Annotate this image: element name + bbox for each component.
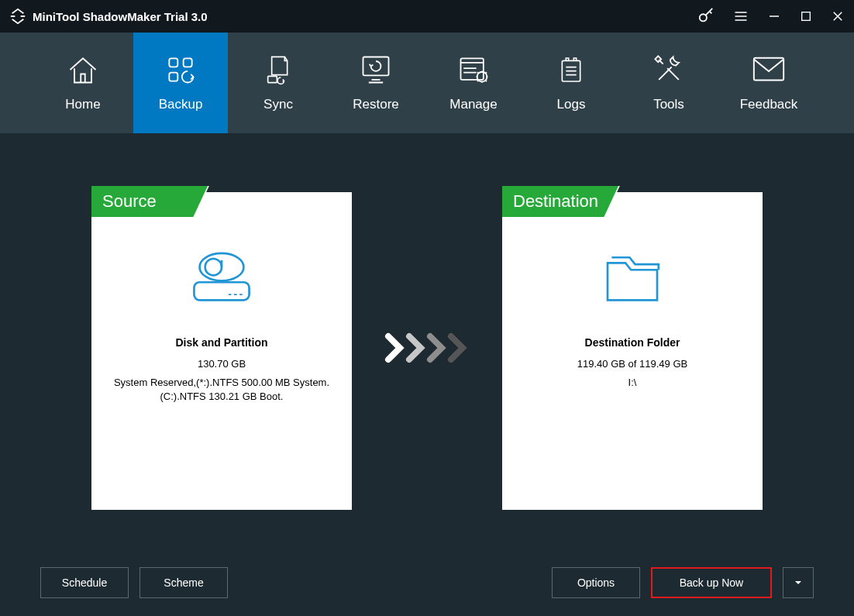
menu-icon[interactable]	[733, 9, 749, 24]
schedule-button[interactable]: Schedule	[40, 567, 129, 598]
caret-down-icon	[794, 578, 803, 587]
restore-icon	[357, 53, 394, 86]
close-icon[interactable]	[831, 9, 845, 23]
svg-rect-6	[363, 57, 389, 76]
tab-tools[interactable]: Tools	[622, 33, 716, 133]
tab-label: Restore	[353, 97, 399, 112]
destination-path: I:\	[513, 376, 752, 390]
source-detail-1: System Reserved,(*:).NTFS 500.00 MB Syst…	[102, 376, 341, 390]
manage-icon	[456, 53, 491, 86]
bottom-bar: Schedule Scheme Options Back up Now	[0, 549, 854, 616]
source-size: 130.70 GB	[102, 358, 341, 370]
source-header-label: Source	[102, 186, 157, 217]
tools-icon	[652, 53, 686, 86]
minimize-icon[interactable]	[767, 9, 781, 23]
backup-now-dropdown[interactable]	[783, 567, 814, 598]
tab-logs[interactable]: Logs	[524, 33, 618, 133]
tab-label: Sync	[263, 97, 293, 112]
destination-size: 119.40 GB of 119.49 GB	[513, 358, 752, 370]
destination-header-label: Destination	[513, 186, 598, 217]
source-header: Source	[91, 186, 352, 217]
tab-restore[interactable]: Restore	[329, 33, 423, 133]
tab-sync[interactable]: Sync	[231, 33, 325, 133]
backup-now-button[interactable]: Back up Now	[651, 567, 772, 598]
logo-icon	[9, 8, 26, 25]
folder-icon	[513, 246, 752, 308]
destination-header: Destination	[502, 186, 763, 217]
tab-label: Home	[65, 97, 100, 112]
main-tabs: Home Backup Sync Restore Manage Logs T	[0, 33, 854, 133]
source-card[interactable]: Source Disk and Partition 130.70 GB Syst…	[91, 186, 352, 510]
backup-icon	[164, 53, 198, 86]
options-button[interactable]: Options	[552, 567, 640, 598]
tab-label: Tools	[653, 97, 684, 112]
maximize-icon[interactable]	[800, 10, 812, 22]
svg-rect-1	[802, 12, 811, 21]
sync-icon	[263, 53, 294, 86]
tab-label: Feedback	[740, 97, 798, 112]
tab-feedback[interactable]: Feedback	[719, 33, 818, 133]
destination-card[interactable]: Destination Destination Folder 119.40 GB…	[502, 186, 763, 510]
svg-rect-11	[754, 58, 783, 81]
tab-home[interactable]: Home	[36, 33, 130, 133]
tab-manage[interactable]: Manage	[426, 33, 521, 133]
tab-label: Logs	[557, 97, 586, 112]
transfer-arrows-icon	[352, 186, 502, 510]
tab-label: Manage	[449, 97, 497, 112]
window-controls	[697, 8, 845, 25]
feedback-icon	[751, 53, 787, 86]
logs-icon	[556, 53, 587, 86]
disk-icon	[102, 246, 341, 308]
source-title: Disk and Partition	[102, 336, 341, 349]
destination-title: Destination Folder	[513, 336, 752, 349]
home-icon	[66, 53, 100, 86]
svg-rect-3	[184, 58, 192, 67]
source-detail-2: (C:).NTFS 130.21 GB Boot.	[102, 390, 341, 404]
tab-label: Backup	[159, 97, 203, 112]
scheme-button[interactable]: Scheme	[139, 567, 228, 598]
svg-rect-2	[169, 58, 177, 67]
key-icon[interactable]	[697, 8, 715, 25]
svg-rect-4	[169, 73, 177, 81]
svg-rect-5	[268, 76, 277, 82]
app-logo: MiniTool ShadowMaker Trial 3.0	[9, 8, 208, 25]
tab-backup[interactable]: Backup	[133, 33, 228, 133]
main-area: Source Disk and Partition 130.70 GB Syst…	[0, 133, 854, 549]
title-bar: MiniTool ShadowMaker Trial 3.0	[0, 0, 854, 33]
app-title: MiniTool ShadowMaker Trial 3.0	[33, 10, 208, 23]
svg-rect-12	[194, 282, 249, 300]
